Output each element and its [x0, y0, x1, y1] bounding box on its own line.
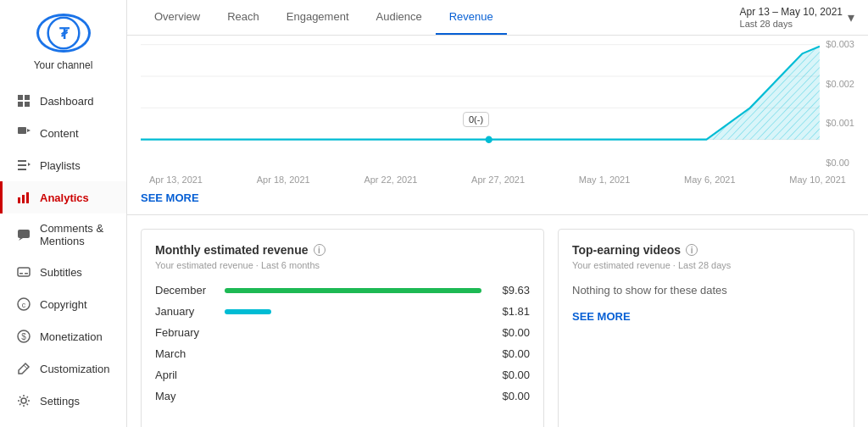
- svg-rect-6: [18, 127, 26, 134]
- chevron-down-icon: ▾: [848, 9, 854, 25]
- monthly-revenue-title: Monthly estimated revenue i: [155, 243, 530, 257]
- month-january: January: [155, 305, 214, 318]
- sidebar-item-analytics[interactable]: Analytics: [0, 181, 126, 214]
- sidebar-item-subtitles[interactable]: Subtitles: [0, 256, 126, 288]
- list-icon: [16, 158, 31, 173]
- x-label-5: May 6, 2021: [684, 175, 736, 185]
- sidebar-label-customization: Customization: [40, 363, 109, 375]
- play-icon: [16, 125, 31, 141]
- top-earning-title: Top-earning videos i: [572, 243, 840, 257]
- x-label-0: Apr 13, 2021: [149, 175, 203, 185]
- date-range-dates: Apr 13 – May 10, 2021: [740, 6, 843, 18]
- svg-marker-7: [27, 129, 31, 132]
- bar-container-march: [225, 352, 481, 357]
- bar-container-may: [225, 394, 481, 399]
- sidebar-label-playlists: Playlists: [40, 159, 81, 172]
- sidebar-item-monetization[interactable]: $ Monetization: [0, 320, 126, 352]
- chart-svg: [141, 36, 854, 171]
- svg-rect-8: [18, 160, 26, 162]
- month-february: February: [155, 326, 214, 339]
- chart-xaxis: Apr 13, 2021 Apr 18, 2021 Apr 22, 2021 A…: [141, 175, 854, 185]
- svg-rect-5: [25, 102, 30, 107]
- x-label-1: Apr 18, 2021: [257, 175, 310, 185]
- date-range-selector[interactable]: Apr 13 – May 10, 2021 Last 28 days ▾: [740, 6, 854, 30]
- svg-line-24: [24, 365, 27, 369]
- bar-container-february: [225, 330, 481, 336]
- brush-icon: [16, 361, 31, 376]
- revenue-row-january: January $1.81: [155, 305, 530, 318]
- sidebar-item-content[interactable]: Content: [0, 117, 126, 149]
- svg-text:c: c: [22, 301, 26, 309]
- sidebar-label-comments: Comments & Mentions: [40, 222, 113, 247]
- see-more-link[interactable]: SEE MORE: [141, 185, 199, 208]
- tab-reach[interactable]: Reach: [214, 0, 273, 35]
- sidebar-item-dashboard[interactable]: Dashboard: [0, 85, 126, 117]
- sidebar-item-customization[interactable]: Customization: [0, 352, 126, 385]
- revenue-chart: $0.003 $0.002 $0.001 $0.00 0(-): [141, 36, 854, 171]
- sidebar-label-subtitles: Subtitles: [40, 266, 82, 279]
- svg-rect-3: [25, 95, 30, 100]
- bar-december: [225, 288, 481, 293]
- amount-february: $0.00: [492, 326, 530, 339]
- sidebar-item-playlists[interactable]: Playlists: [0, 149, 126, 181]
- sidebar-label-analytics: Analytics: [40, 191, 89, 204]
- top-earning-see-more[interactable]: SEE MORE: [572, 303, 631, 326]
- tab-overview[interactable]: Overview: [141, 0, 214, 35]
- sidebar-item-copyright[interactable]: c Copyright: [0, 288, 126, 320]
- svg-rect-10: [18, 169, 26, 170]
- subtitles-icon: [16, 264, 31, 280]
- svg-point-25: [21, 398, 26, 403]
- amount-december: $9.63: [492, 284, 530, 297]
- svg-rect-18: [19, 273, 23, 274]
- monthly-revenue-info-icon[interactable]: i: [314, 244, 326, 256]
- tab-engagement[interactable]: Engagement: [273, 0, 363, 35]
- monthly-revenue-subtitle: Your estimated revenue · Last 6 months: [155, 260, 530, 270]
- comment-icon: [16, 227, 31, 242]
- month-april: April: [155, 369, 214, 381]
- cards-row: Monthly estimated revenue i Your estimat…: [127, 215, 868, 427]
- revenue-chart-area: $0.003 $0.002 $0.001 $0.00 0(-) Apr 13, …: [127, 36, 868, 215]
- revenue-row-december: December $9.63: [155, 284, 530, 297]
- chart-yaxis: $0.003 $0.002 $0.001 $0.00: [826, 36, 854, 171]
- bar-container-january: [225, 309, 481, 314]
- revenue-row-april: April $0.00: [155, 369, 530, 381]
- x-label-2: Apr 22, 2021: [364, 175, 417, 185]
- svg-rect-4: [18, 102, 23, 107]
- svg-marker-16: [19, 238, 23, 241]
- x-label-4: May 1, 2021: [579, 175, 631, 185]
- copyright-icon: c: [16, 297, 31, 312]
- month-may: May: [155, 390, 214, 402]
- x-label-3: Apr 27, 2021: [471, 175, 525, 185]
- y-label-3: $0.00: [826, 158, 854, 168]
- x-label-6: May 10, 2021: [789, 175, 846, 185]
- y-label-0: $0.003: [826, 39, 854, 49]
- tab-audience[interactable]: Audience: [363, 0, 436, 35]
- svg-rect-19: [25, 273, 28, 274]
- sidebar-item-feedback[interactable]: Send feedback: [0, 417, 126, 427]
- svg-text:$: $: [21, 332, 26, 341]
- sidebar-item-comments[interactable]: Comments & Mentions: [0, 214, 126, 256]
- tab-revenue[interactable]: Revenue: [436, 0, 507, 35]
- amount-april: $0.00: [492, 369, 530, 381]
- top-earning-empty: Nothing to show for these dates: [572, 284, 840, 297]
- svg-rect-17: [18, 268, 30, 276]
- svg-marker-11: [28, 163, 31, 166]
- svg-rect-14: [26, 192, 29, 203]
- svg-rect-12: [18, 197, 20, 203]
- sidebar: ₮ Your channel Dashboard Content Playlis…: [0, 0, 127, 427]
- top-earning-info-icon[interactable]: i: [686, 244, 698, 256]
- revenue-row-february: February $0.00: [155, 326, 530, 339]
- gear-icon: [16, 393, 31, 408]
- grid-icon: [16, 93, 31, 108]
- revenue-row-march: March $0.00: [155, 347, 530, 360]
- right-column: Top-earning videos i Your estimated reve…: [558, 229, 854, 427]
- sidebar-label-content: Content: [40, 127, 79, 140]
- dollar-icon: $: [16, 329, 31, 344]
- sidebar-item-settings[interactable]: Settings: [0, 385, 126, 417]
- svg-rect-15: [18, 230, 30, 238]
- svg-marker-34: [706, 47, 819, 140]
- channel-name: Your channel: [34, 59, 93, 71]
- sidebar-label-dashboard: Dashboard: [40, 95, 94, 108]
- channel-logo: ₮: [36, 14, 91, 53]
- date-range-period: Last 28 days: [740, 19, 793, 29]
